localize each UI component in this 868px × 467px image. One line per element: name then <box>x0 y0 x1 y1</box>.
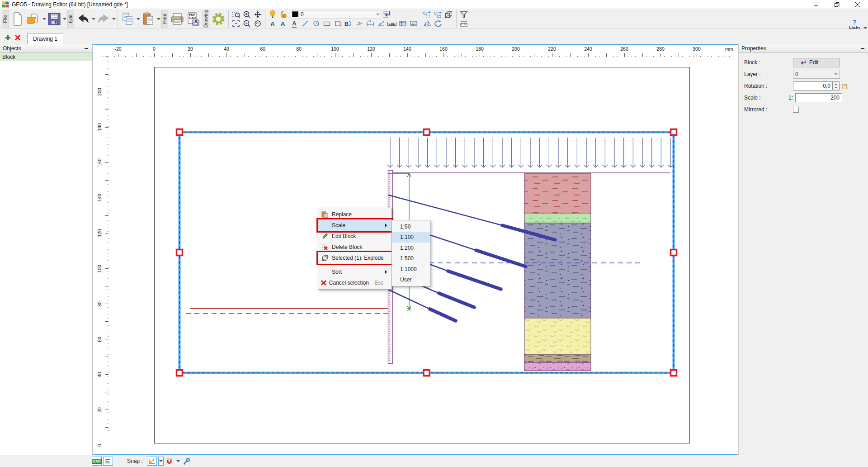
properties-collapse-button[interactable] <box>860 46 865 51</box>
menu-item-explode[interactable]: Selected (1): Explode <box>318 253 392 263</box>
insert-cad-button[interactable]: CAD <box>387 19 397 28</box>
lock-button[interactable] <box>278 10 288 19</box>
filter-button[interactable] <box>459 10 469 19</box>
selection-handle[interactable] <box>671 129 677 135</box>
mirror-button[interactable] <box>422 19 432 28</box>
copy-button[interactable] <box>120 10 136 28</box>
remove-drawing-button[interactable] <box>13 32 23 43</box>
line-style-toggle[interactable] <box>103 457 113 466</box>
rotation-input[interactable]: 0,0 <box>793 81 833 91</box>
zoom-out-button[interactable] <box>242 19 252 28</box>
pan-icon <box>254 11 262 18</box>
angle-dimension-button[interactable] <box>376 19 386 28</box>
draw-arc-button[interactable]: B <box>344 19 354 28</box>
export-pdf-cad-button[interactable]: PDF CAD <box>186 10 201 28</box>
snap-mode-dropdown[interactable] <box>158 457 164 466</box>
copy-blocks-button[interactable] <box>422 10 432 19</box>
selection-handle[interactable] <box>424 129 429 135</box>
tab-drawing-1[interactable]: Drawing 1 <box>27 33 63 44</box>
scale-prefix: 1: <box>786 95 793 101</box>
submenu-item-scale-1-1000[interactable]: 1:1000 <box>392 264 430 275</box>
snap-settings-button[interactable] <box>182 457 191 466</box>
rotation-spin-up[interactable] <box>833 82 839 86</box>
settings-button[interactable] <box>211 10 226 28</box>
rotation-spinner[interactable] <box>833 81 840 91</box>
pan-button[interactable] <box>253 10 263 19</box>
zoom-fit-button[interactable] <box>231 19 241 28</box>
draw-rectangle-button[interactable] <box>322 19 332 28</box>
print-menu[interactable]: Print <box>161 10 168 28</box>
draw-line-button[interactable] <box>300 19 310 28</box>
measure-button[interactable] <box>459 19 469 28</box>
layer-dropdown[interactable]: 0 <box>793 70 840 79</box>
draw-polygon-button[interactable] <box>333 19 343 28</box>
submenu-item-scale-1-200[interactable]: 1:200 <box>392 243 430 253</box>
objects-collapse-button[interactable] <box>84 46 89 51</box>
menu-item-replace[interactable]: Replace <box>318 209 392 220</box>
move-blocks-button[interactable] <box>433 10 443 19</box>
open-file-dropdown[interactable] <box>42 10 46 28</box>
visibility-bulb-button[interactable] <box>268 10 278 19</box>
zoom-select-button[interactable] <box>231 10 241 19</box>
undo-button[interactable] <box>75 10 91 28</box>
print-button[interactable] <box>170 10 185 28</box>
restore-button[interactable] <box>826 0 847 9</box>
redo-dropdown[interactable] <box>112 10 116 28</box>
drawing-menu[interactable]: Drawing <box>203 10 209 28</box>
rotation-spin-down[interactable] <box>833 86 839 90</box>
selection-handle[interactable] <box>177 129 183 135</box>
add-text-button[interactable]: A <box>268 19 278 28</box>
menu-item-scale[interactable]: Scale <box>318 220 392 231</box>
objects-list-item-block[interactable]: Block <box>0 53 92 61</box>
draw-spline-button[interactable] <box>354 19 364 28</box>
add-multiline-text-button[interactable]: A <box>278 19 288 28</box>
menu-item-cancel-selection[interactable]: Cancel selectionEsc <box>318 277 392 288</box>
edit-menu[interactable]: Edit <box>67 10 74 28</box>
close-button[interactable] <box>847 0 868 9</box>
zoom-in-button[interactable] <box>242 10 252 19</box>
new-file-button[interactable] <box>10 10 25 28</box>
mirrored-checkbox[interactable] <box>793 107 799 113</box>
import-block-button[interactable] <box>382 10 392 19</box>
save-button[interactable] <box>47 10 62 28</box>
paste-button[interactable] <box>141 10 156 28</box>
snap-mode-button[interactable] <box>147 457 157 466</box>
selection-handle[interactable] <box>177 250 183 256</box>
open-file-button[interactable] <box>26 10 42 28</box>
redo-button[interactable] <box>96 10 111 28</box>
cad-mode-toggle[interactable]: CAD <box>92 457 102 466</box>
submenu-item-scale-1-500[interactable]: 1:500 <box>392 253 430 264</box>
magnet-dropdown[interactable] <box>175 457 181 466</box>
zoom-previous-button[interactable] <box>253 19 263 28</box>
submenu-item-scale-1-50[interactable]: 1:50 <box>392 221 430 232</box>
file-menu[interactable]: File <box>2 10 9 28</box>
magnet-snap-button[interactable] <box>165 457 174 466</box>
paste-dropdown[interactable] <box>156 10 160 28</box>
save-dropdown[interactable] <box>62 10 66 28</box>
menu-item-sort[interactable]: Sort <box>318 267 392 277</box>
selection-handle[interactable] <box>424 370 429 376</box>
dimension-button[interactable]: 11 <box>365 19 375 28</box>
drawing-canvas-area[interactable]: -200204060801001201401601802002202402602… <box>93 44 738 455</box>
scale-input[interactable]: 200 <box>795 93 842 102</box>
minimize-button[interactable] <box>806 0 826 9</box>
add-drawing-button[interactable] <box>3 32 13 43</box>
submenu-item-scale-user[interactable]: User <box>392 275 430 286</box>
submenu-item-scale-1-100[interactable]: 1:100 <box>392 232 430 243</box>
menu-item-edit-block[interactable]: Edit Block <box>318 231 392 242</box>
undo-dropdown[interactable] <box>91 10 95 28</box>
v-ruler-label: 20 <box>97 407 102 413</box>
selection-handle[interactable] <box>671 250 677 256</box>
insert-table-button[interactable] <box>398 19 408 28</box>
layer-select-combo[interactable]: 0 <box>291 10 381 19</box>
selection-handle[interactable] <box>177 370 183 376</box>
text-style-button[interactable]: A <box>289 19 299 28</box>
menu-item-delete-block[interactable]: Delete Block <box>318 242 392 253</box>
selection-handle[interactable] <box>671 370 677 376</box>
draw-circle-button[interactable] <box>311 19 321 28</box>
copy-dropdown[interactable] <box>136 10 140 28</box>
rotate-button[interactable] <box>433 19 443 28</box>
edit-block-button[interactable]: Edit <box>793 58 840 67</box>
explode-blocks-button[interactable] <box>444 10 454 19</box>
insert-image-button[interactable] <box>409 19 419 28</box>
